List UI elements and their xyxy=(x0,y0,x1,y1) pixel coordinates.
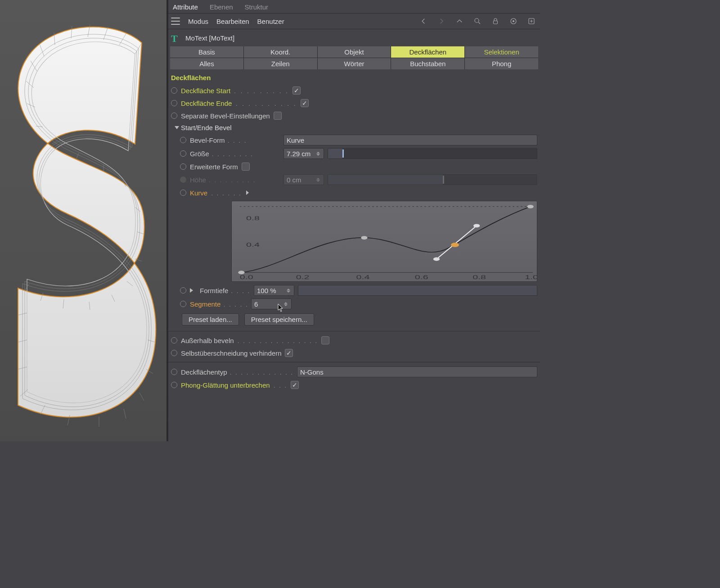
checkbox-phong-break[interactable] xyxy=(291,381,299,389)
tab-selektionen[interactable]: Selektionen xyxy=(465,46,538,58)
dropdown-cap-type[interactable]: N-Gons xyxy=(297,366,537,377)
tab-ebenen[interactable]: Ebenen xyxy=(208,2,235,12)
axis-tick: 0.6 xyxy=(415,274,428,280)
input-height: 0 cm xyxy=(284,174,324,185)
label-formtiefe: Formtiefe xyxy=(200,287,228,294)
tab-phong[interactable]: Phong xyxy=(465,58,538,69)
dropdown-value: Kurve xyxy=(287,136,304,144)
preset-save-button[interactable]: Preset speichern... xyxy=(244,313,314,326)
row-end-cap: Deckfläche Ende . . . . . . . . . . xyxy=(168,97,540,109)
spinner-icon[interactable] xyxy=(284,300,288,308)
tab-attribute[interactable]: Attribute xyxy=(171,2,200,12)
anim-toggle[interactable] xyxy=(171,350,177,356)
tab-zeilen[interactable]: Zeilen xyxy=(244,58,317,69)
row-curve: Kurve . . . . . . xyxy=(168,186,540,199)
preset-load-button[interactable]: Preset laden... xyxy=(182,313,239,326)
manager-tab-strip: Attribute Ebenen Struktur xyxy=(168,0,540,14)
attribute-toolbar: Modus Bearbeiten Benutzer xyxy=(168,14,540,29)
row-formtiefe: Formtiefe . . . . 100 % xyxy=(168,284,540,297)
anim-toggle[interactable] xyxy=(180,163,186,170)
checkbox-end-cap[interactable] xyxy=(301,99,309,107)
tab-woerter[interactable]: Wörter xyxy=(318,58,391,69)
anim-toggle[interactable] xyxy=(171,382,177,388)
nav-back-icon[interactable] xyxy=(418,16,428,26)
axis-tick: 1.0 xyxy=(525,274,537,280)
label-separate: Separate Bevel-Einstellungen xyxy=(181,112,270,120)
menu-icon[interactable] xyxy=(171,18,180,25)
menu-bearbeiten[interactable]: Bearbeiten xyxy=(216,18,249,25)
label-bevel-form: Bevel-Form xyxy=(190,136,225,144)
row-segmente: Segmente . . . . . 6 xyxy=(168,297,540,311)
input-value: 100 % xyxy=(257,287,276,294)
anim-toggle[interactable] xyxy=(171,87,177,94)
anim-toggle[interactable] xyxy=(180,150,186,157)
input-size[interactable]: 7.29 cm xyxy=(284,148,324,159)
new-window-icon[interactable] xyxy=(526,16,536,26)
row-size: Größe . . . . . . . . 7.29 cm xyxy=(168,147,540,160)
tab-deckflaechen[interactable]: Deckflächen xyxy=(391,46,464,58)
separator xyxy=(168,331,540,331)
axis-tick: 0.4 xyxy=(356,274,370,280)
svg-point-11 xyxy=(361,236,367,240)
svg-point-0 xyxy=(475,18,479,23)
anim-toggle xyxy=(180,176,186,183)
slider-formtiefe[interactable] xyxy=(298,285,537,296)
checkbox-bevel-outside[interactable] xyxy=(321,336,329,344)
checkbox-avoid-self[interactable] xyxy=(285,349,293,357)
3d-viewport[interactable] xyxy=(0,0,166,441)
chevron-right-icon[interactable] xyxy=(246,190,249,195)
checkbox-start-cap[interactable] xyxy=(292,86,301,95)
separator xyxy=(168,362,540,362)
label-curve: Kurve xyxy=(190,189,207,197)
selected-curve-point[interactable] xyxy=(451,243,459,247)
nav-up-icon[interactable] xyxy=(454,16,464,26)
anim-toggle[interactable] xyxy=(171,113,177,119)
tab-basis[interactable]: Basis xyxy=(170,46,243,58)
anim-toggle[interactable] xyxy=(180,190,186,196)
property-tab-grid: Basis Koord. Objekt Deckflächen Selektio… xyxy=(170,46,538,69)
axis-tick: 0.4 xyxy=(246,242,260,248)
tab-koord[interactable]: Koord. xyxy=(244,46,317,58)
tab-alles[interactable]: Alles xyxy=(170,58,243,69)
dropdown-value: N-Gons xyxy=(300,368,324,376)
chevron-right-icon[interactable] xyxy=(190,288,195,293)
axis-tick: 0.0 xyxy=(240,274,253,280)
spinner-icon[interactable] xyxy=(316,149,321,158)
anim-toggle[interactable] xyxy=(180,137,186,143)
svg-point-12 xyxy=(527,205,534,208)
group-start-end-bevel[interactable]: Start/Ende Bevel xyxy=(168,122,540,133)
row-ext-form: Erweiterte Form xyxy=(168,160,540,173)
anim-toggle[interactable] xyxy=(171,100,177,106)
input-value: 7.29 cm xyxy=(287,150,310,158)
anim-toggle[interactable] xyxy=(171,337,177,344)
axis-tick: 0.8 xyxy=(472,274,486,280)
spinner-icon[interactable] xyxy=(287,286,291,294)
checkbox-separate[interactable] xyxy=(274,112,282,120)
row-phong-break: Phong-Glättung unterbrechen . . . xyxy=(168,379,540,391)
curve-editor[interactable]: 0.8 0.4 0.0 0.2 0.4 0.6 0.8 1.0 xyxy=(231,201,537,282)
nav-forward-icon xyxy=(436,16,446,26)
anim-toggle[interactable] xyxy=(171,369,177,375)
disclosure-icon xyxy=(175,126,179,129)
row-avoid-self-intersection: Selbstüberschneidung verhindern xyxy=(168,347,540,359)
input-value: 0 cm xyxy=(287,176,302,184)
input-segmente[interactable]: 6 xyxy=(251,299,292,309)
anim-toggle[interactable] xyxy=(180,287,186,294)
menu-benutzer[interactable]: Benutzer xyxy=(257,18,284,25)
svg-point-8 xyxy=(433,258,440,261)
target-icon[interactable] xyxy=(508,16,518,26)
search-icon[interactable] xyxy=(472,16,482,26)
tab-objekt[interactable]: Objekt xyxy=(318,46,391,58)
tab-buchstaben[interactable]: Buchstaben xyxy=(391,58,464,69)
tab-struktur[interactable]: Struktur xyxy=(243,2,270,12)
svg-point-10 xyxy=(238,271,244,274)
menu-modus[interactable]: Modus xyxy=(188,18,208,25)
input-formtiefe[interactable]: 100 % xyxy=(254,285,294,296)
dropdown-bevel-form[interactable]: Kurve xyxy=(284,135,537,145)
anim-toggle[interactable] xyxy=(180,301,186,307)
checkbox-ext-form[interactable] xyxy=(242,163,250,171)
axis-tick: 0.8 xyxy=(246,215,260,222)
preset-button-row: Preset laden... Preset speichern... xyxy=(168,311,540,328)
slider-size[interactable] xyxy=(328,148,537,159)
lock-icon[interactable] xyxy=(490,16,500,26)
